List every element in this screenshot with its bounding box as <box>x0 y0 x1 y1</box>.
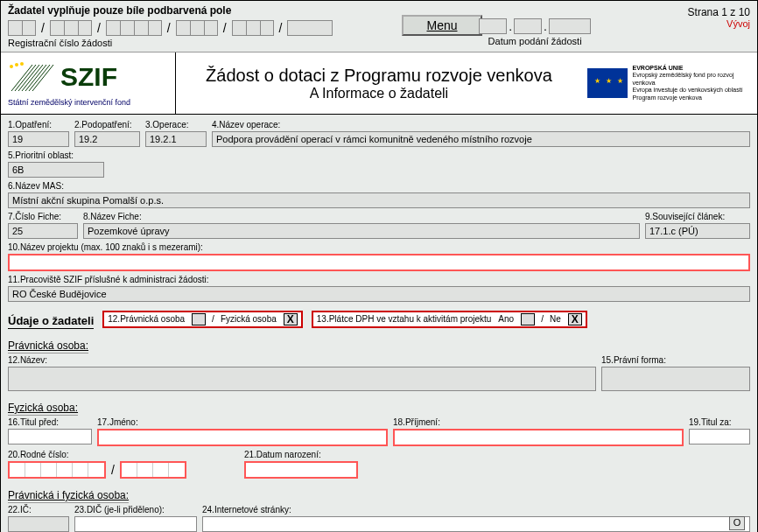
first-name-input[interactable] <box>97 429 388 446</box>
natural-person-subtitle: Fyzická osoba: <box>8 402 78 416</box>
vat-yes-checkbox[interactable] <box>521 313 535 326</box>
label-15: 15.Právní forma: <box>601 355 750 365</box>
label-3: 3.Operace: <box>145 120 207 130</box>
value-9: 17.1.c (PÚ) <box>645 223 750 239</box>
vat-payer-toggle[interactable]: 13.Plátce DPH ve vztahu k aktivitám proj… <box>312 311 587 328</box>
applicant-section-title: Údaje o žadateli <box>8 314 94 329</box>
project-name-input[interactable] <box>8 254 750 271</box>
label-21: 21.Datum narození: <box>244 450 358 459</box>
instruction-text: Žadatel vyplňuje pouze bíle podbarvená p… <box>8 4 750 17</box>
legal-person-checkbox[interactable] <box>192 313 206 326</box>
label-5: 5.Prioritní oblast: <box>8 150 104 160</box>
both-subtitle: Právnická i fyzická osoba: <box>8 489 129 503</box>
reg-group-5 <box>232 20 274 36</box>
o-button[interactable]: O <box>729 516 745 530</box>
label-24: 24.Internetové stránky: <box>202 505 750 514</box>
value-6: Místní akční skupina Pomalší o.p.s. <box>8 192 750 208</box>
label-19: 19.Titul za: <box>689 417 750 427</box>
label-17: 17.Jméno: <box>97 417 388 427</box>
value-8: Pozemkové úpravy <box>83 223 640 239</box>
label-10: 10.Název projektu (max. 100 znaků i s me… <box>8 242 750 252</box>
natural-person-checkbox[interactable]: X <box>284 313 298 326</box>
dic-input[interactable] <box>74 516 197 532</box>
submission-date: . . Datum podání žádosti <box>479 18 591 46</box>
birth-number-part2[interactable] <box>120 461 186 479</box>
label-1: 1.Opatření: <box>8 120 69 130</box>
label-20: 20.Rodné číslo: <box>8 450 186 459</box>
reg-group-3 <box>106 20 162 36</box>
value-7: 25 <box>8 223 78 239</box>
label-18: 18.Příjmení: <box>393 417 684 427</box>
mode-label: Vývoj <box>688 18 750 29</box>
label-4: 4.Název operace: <box>212 120 750 130</box>
label-23: 23.DIČ (je-li přiděleno): <box>74 505 197 514</box>
surname-input[interactable] <box>393 429 684 446</box>
top-bar: Žadatel vyplňuje pouze bíle podbarvená p… <box>1 1 757 52</box>
entity-type-toggle[interactable]: 12.Právnická osoba / Fyzická osoba X <box>102 311 303 328</box>
reg-label: Registrační číslo žádosti <box>8 38 750 48</box>
reg-group-4 <box>176 20 218 36</box>
legal-person-subtitle: Právnická osoba: <box>8 340 88 354</box>
birth-date-input[interactable] <box>244 461 358 479</box>
label-9: 9.Související článek: <box>645 212 750 221</box>
page-meta: Strana 1 z 10 Vývoj <box>688 6 750 29</box>
value-11: RO České Budějovice <box>8 286 750 302</box>
label-8: 8.Název Fiche: <box>83 212 640 221</box>
label-22: 22.IČ: <box>8 505 69 514</box>
eu-flag-icon <box>587 68 628 98</box>
reg-group-2 <box>50 20 92 36</box>
value-12 <box>8 367 596 391</box>
document-header: SZIF Státní zemědělský intervenční fond … <box>1 52 757 115</box>
value-3: 19.2.1 <box>145 131 207 147</box>
label-12: 12.Název: <box>8 355 596 365</box>
menu-button[interactable]: Menu <box>402 15 482 36</box>
label-16: 16.Titul před: <box>8 417 92 427</box>
label-7: 7.Číslo Fiche: <box>8 212 78 221</box>
birth-number-part1[interactable] <box>8 461 106 479</box>
value-15 <box>601 367 750 391</box>
reg-group-1 <box>8 20 36 36</box>
svg-point-8 <box>10 65 13 68</box>
szif-logo: SZIF Státní zemědělský intervenční fond <box>1 52 176 114</box>
svg-point-9 <box>15 63 18 66</box>
title-after-input[interactable] <box>689 429 750 444</box>
value-1: 19 <box>8 131 69 147</box>
document-title: Žádost o dotaci z Programu rozvoje venko… <box>176 59 582 108</box>
svg-point-10 <box>20 62 24 66</box>
value-22 <box>8 516 69 532</box>
label-11: 11.Pracoviště SZIF příslušné k administr… <box>8 275 750 284</box>
label-2: 2.Podopatření: <box>74 120 140 130</box>
website-input[interactable] <box>202 516 750 532</box>
value-2: 19.2 <box>74 131 140 147</box>
vat-no-checkbox[interactable]: X <box>568 313 582 326</box>
svg-text:SZIF: SZIF <box>60 62 117 91</box>
label-6: 6.Název MAS: <box>8 181 750 191</box>
value-4: Podpora provádění operací v rámci komuni… <box>212 131 750 147</box>
reg-group-6 <box>287 20 333 36</box>
title-before-input[interactable] <box>8 429 92 444</box>
value-5: 6B <box>8 162 104 178</box>
eu-logo: EVROPSKÁ UNIE Evropský zemědělský fond p… <box>582 60 757 107</box>
